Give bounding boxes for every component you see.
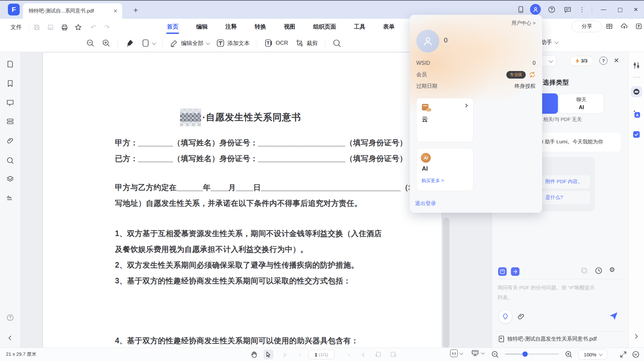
ai-robot-tab-active[interactable] — [631, 86, 642, 97]
save-icon[interactable] — [32, 22, 42, 33]
search-icon[interactable] — [333, 39, 341, 48]
chat-copy-icon[interactable] — [580, 267, 588, 275]
more-menu-icon[interactable]: ⋮ — [577, 5, 587, 14]
zoom-percent-label: 100% — [584, 352, 596, 357]
redo-icon[interactable]: ↷ — [102, 22, 112, 33]
undo-icon[interactable]: ↶ — [88, 22, 99, 33]
pdf-page[interactable]: ·自愿发生性关系同意书 甲方：________（填写姓名）身份证号：______… — [43, 53, 442, 348]
actual-size-control[interactable]: 1:1 — [450, 349, 462, 357]
help-icon[interactable] — [547, 5, 557, 14]
previous-view-icon[interactable] — [373, 349, 383, 359]
type-chat-ai-button[interactable]: 聊天 AI — [559, 93, 604, 114]
next-page-icon[interactable]: › — [344, 349, 354, 359]
new-chat-icon[interactable] — [498, 267, 507, 276]
zoom-in-icon[interactable] — [102, 39, 110, 47]
status-zoom-in-icon[interactable] — [564, 349, 574, 359]
input-divider — [494, 279, 626, 279]
highlighter-icon[interactable] — [125, 38, 134, 48]
zoom-slider-track[interactable] — [505, 353, 559, 355]
ai-help-icon[interactable]: ? — [599, 57, 608, 65]
first-page-icon[interactable]: |‹ — [281, 349, 290, 359]
refresh-icon[interactable] — [529, 72, 536, 78]
status-zoom-out-icon[interactable] — [490, 349, 500, 359]
document-tab[interactable]: 独特吧-测试自...系同意书.pdf ✕ — [23, 3, 122, 19]
collapse-sidebar-icon[interactable] — [6, 334, 14, 342]
tab-close-icon[interactable]: ✕ — [113, 8, 118, 14]
verify-check-tab-icon[interactable] — [632, 130, 641, 139]
fullscreen-icon[interactable] — [618, 349, 628, 359]
sidebar-help-icon[interactable] — [6, 314, 14, 322]
menu-home[interactable]: 首页 — [166, 21, 179, 32]
cloud-upload-icon[interactable] — [619, 21, 630, 32]
window-minimize-button[interactable]: — — [599, 5, 609, 14]
logout-link[interactable]: 退出登录 — [415, 200, 436, 207]
window-maximize-button[interactable]: ▢ — [615, 5, 625, 14]
menu-view[interactable]: 视图 — [283, 21, 296, 32]
print-icon[interactable] — [59, 22, 70, 33]
chat-settings-icon[interactable]: ⚙ — [609, 266, 615, 274]
history-clock-icon[interactable] — [595, 267, 603, 275]
chat-tools-icon[interactable] — [511, 267, 519, 276]
menu-comment[interactable]: 注释 — [225, 21, 238, 32]
crop-button[interactable]: 裁剪 — [295, 39, 318, 47]
zoom-percent-dropdown[interactable]: 100% — [578, 349, 607, 360]
menu-tools[interactable]: 工具 — [353, 21, 366, 32]
chat-input-placeholder[interactable]: 询问有关 PDF 的任何问题。按 "#"唤醒提示列表。 — [497, 283, 597, 302]
comment-icon[interactable] — [6, 99, 14, 107]
add-text-button[interactable]: 添加文本 — [216, 39, 250, 47]
favorite-star-icon[interactable] — [73, 22, 83, 33]
hand-tool-icon[interactable] — [249, 349, 259, 359]
reader-book-icon[interactable] — [604, 21, 614, 32]
save-as-icon[interactable] — [45, 22, 56, 33]
signature-icon[interactable] — [6, 193, 14, 201]
panel-toggle-icon[interactable] — [633, 21, 644, 32]
menu-forms[interactable]: 表单 — [382, 21, 395, 32]
right-toolbar-rail: A — [628, 52, 644, 348]
feedback-icon[interactable] — [563, 5, 572, 14]
translate-tab-icon[interactable]: A — [632, 110, 641, 118]
vertical-scrollbar[interactable] — [443, 218, 449, 348]
mobile-device-icon[interactable] — [516, 5, 526, 14]
pdf-editor-window: F 独特吧-测试自...系同意书.pdf ✕ + ⋮ — ▢ ✕ 文件 — [0, 0, 644, 361]
select-tool-icon[interactable] — [264, 349, 273, 359]
new-tab-button[interactable]: + — [131, 5, 141, 15]
bookmark-icon[interactable] — [6, 80, 14, 87]
search-panel-icon[interactable] — [6, 156, 14, 164]
ai-panel-close-icon[interactable]: ✕ — [612, 56, 621, 65]
ai-credits-card[interactable]: AI AI 购买更多 > — [416, 148, 473, 191]
cloud-storage-card[interactable]: 云 — [416, 98, 473, 142]
edit-all-button[interactable]: 编辑全部 — [170, 39, 209, 47]
last-page-icon[interactable]: ›| — [358, 349, 367, 359]
attachment-icon[interactable] — [6, 137, 14, 145]
prev-page-icon[interactable]: ‹ — [295, 349, 304, 359]
form-fields-icon[interactable] — [6, 117, 14, 125]
suggestion-text: 附件 PDF 内容。 — [545, 179, 583, 185]
attached-file-row[interactable]: 独特吧-测试自愿发生性关系同意书.pdf — [498, 335, 597, 343]
ai-assistant-button[interactable]: 助手 — [541, 38, 558, 46]
window-close-button[interactable]: ✕ — [631, 5, 641, 14]
page-layout-control[interactable] — [471, 349, 484, 357]
page-thumbnails-icon[interactable] — [6, 60, 14, 68]
prompt-ideas-icon[interactable] — [499, 310, 512, 323]
share-button[interactable]: 分享 — [572, 21, 602, 32]
user-avatar[interactable] — [530, 4, 541, 15]
menu-organize-pages[interactable]: 组织页面 — [312, 21, 337, 32]
user-center-link[interactable]: 用户中心 > — [512, 20, 536, 26]
menu-convert[interactable]: 转换 — [254, 21, 267, 32]
send-message-icon[interactable] — [609, 311, 618, 321]
next-view-icon[interactable] — [388, 349, 398, 359]
statusbar-more-icon[interactable] — [631, 349, 641, 359]
attach-file-icon[interactable] — [517, 312, 525, 321]
collapse-panel-chevron-icon[interactable] — [632, 332, 641, 341]
layers-icon[interactable] — [6, 175, 14, 183]
file-menu[interactable]: 文件 — [7, 22, 25, 32]
ocr-button[interactable]: OCR — [264, 39, 288, 47]
zoom-out-icon[interactable] — [86, 39, 95, 47]
properties-tune-icon[interactable] — [632, 61, 641, 70]
page-number-box[interactable]: 1 (1/1) — [308, 349, 334, 359]
buy-more-link[interactable]: 购买更多 > — [422, 178, 444, 184]
censored-mosaic — [180, 108, 201, 126]
menu-edit[interactable]: 编辑 — [196, 21, 208, 32]
shape-tool[interactable] — [142, 39, 155, 47]
zoom-slider-thumb[interactable] — [522, 351, 528, 357]
